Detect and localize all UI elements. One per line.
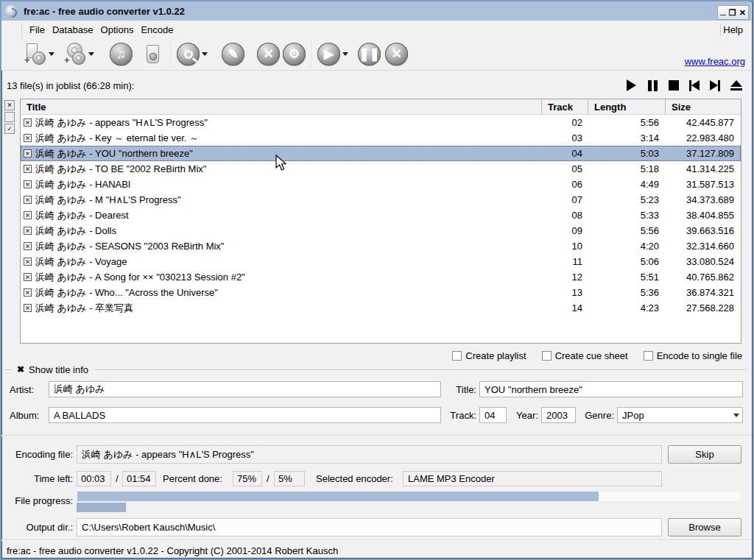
album-field[interactable]: A BALLADS — [49, 407, 441, 423]
add-cd-tracks-icon[interactable]: + — [24, 43, 46, 66]
add-cd-tracks-icon-dropdown[interactable] — [49, 52, 54, 56]
row-checkbox[interactable]: ✕ — [24, 273, 32, 281]
row-title: 浜崎 あゆみ - A Song for ×× "030213 Session #… — [35, 271, 245, 284]
browse-button[interactable]: Browse — [668, 518, 741, 536]
cddb-submit-icon[interactable]: ✎ — [222, 43, 244, 65]
joblist-row[interactable]: ✕浜崎 あゆみ - SEASONS "2003 ReBirth Mix"104:… — [21, 238, 741, 254]
joblist-row[interactable]: ✕浜崎 あゆみ - TO BE "2002 ReBirth Mix"055:18… — [21, 161, 741, 177]
row-checkbox[interactable]: ✕ — [24, 165, 32, 173]
stop-encoding-icon[interactable]: ✕ — [385, 43, 408, 65]
row-checkbox[interactable]: ✕ — [24, 288, 32, 297]
genre-label: Genre: — [577, 410, 614, 421]
encode-single-file-label: Encode to single file — [657, 350, 742, 361]
cddb-query-icon-dropdown[interactable] — [202, 52, 208, 56]
row-checkbox[interactable]: ✕ — [24, 258, 32, 266]
create-playlist-checkbox[interactable]: Create playlist — [452, 350, 526, 361]
freac-website-link[interactable]: www.freac.org — [685, 56, 745, 67]
artist-field[interactable]: 浜崎 あゆみ — [49, 381, 441, 397]
row-length: 5:23 — [588, 194, 665, 205]
title-label: Title: — [443, 384, 476, 395]
joblist-row[interactable]: ✕浜崎 あゆみ - Voyage115:0633.080.524 — [21, 254, 741, 269]
joblist-row[interactable]: ✕浜崎 あゆみ - appears "H∧L'S Progress"025:56… — [21, 115, 741, 130]
row-checkbox[interactable]: ✕ — [24, 304, 32, 312]
row-checkbox[interactable]: ✕ — [24, 149, 32, 157]
app-icon — [5, 5, 18, 18]
status-bar-text: fre:ac - free audio converter v1.0.22 - … — [7, 545, 338, 556]
joblist-status-row: 13 file(s) in joblist (66:28 min): — [1, 71, 751, 99]
year-field[interactable]: 2003 — [541, 407, 576, 423]
time-slash: / — [116, 473, 119, 484]
encode-single-file-checkbox[interactable]: Encode to single file — [644, 350, 742, 361]
row-title: 浜崎 あゆみ - HANABI — [35, 178, 130, 191]
toggle-selection-button[interactable]: ✓ — [4, 124, 15, 134]
play-icon[interactable] — [627, 79, 636, 91]
row-checkbox[interactable]: ✕ — [24, 196, 32, 204]
pause-encoding-icon[interactable]: ❚❚ — [358, 43, 381, 65]
joblist-row[interactable]: ✕浜崎 あゆみ - Dolls095:5639.663.516 — [21, 223, 741, 238]
add-files-icon[interactable]: ♫ — [110, 43, 133, 65]
rip-cd-icon-dropdown[interactable] — [88, 52, 94, 56]
toolbar: www.freac.org ++♫✎✕⚙▶❚❚✕ — [1, 38, 751, 71]
joblist-row[interactable]: ✕浜崎 あゆみ - YOU "northern breeze"045:0337.… — [21, 146, 741, 161]
select-none-button[interactable] — [4, 112, 15, 122]
genre-dropdown-icon[interactable] — [733, 414, 739, 417]
joblist-row[interactable]: ✕浜崎 あゆみ - HANABI064:4931.587.513 — [21, 177, 741, 192]
joblist-row[interactable]: ✕浜崎 あゆみ - Who... "Across the Universe"13… — [21, 285, 741, 300]
eject-icon[interactable] — [730, 79, 742, 91]
row-track: 09 — [541, 225, 588, 236]
row-checkbox[interactable]: ✕ — [24, 242, 32, 250]
maximize-button[interactable]: ❐ — [729, 9, 736, 17]
title-bar[interactable]: fre:ac - free audio converter v1.0.22 ─ … — [1, 1, 751, 21]
row-size: 41.314.225 — [665, 163, 741, 174]
row-length: 4:20 — [588, 241, 665, 252]
collapse-icon[interactable]: ✖ — [17, 364, 24, 375]
next-track-icon[interactable] — [710, 79, 720, 91]
joblist-row[interactable]: ✕浜崎 あゆみ - Key ～ eternal tie ver. ～033:14… — [21, 130, 741, 146]
row-title: 浜崎 あゆみ - Dolls — [35, 224, 116, 238]
configure-encoder-icon[interactable]: ✕ — [257, 43, 280, 65]
row-checkbox[interactable]: ✕ — [24, 227, 32, 235]
select-all-button[interactable]: ✕ — [4, 100, 15, 110]
encode-options-row: Create playlist Create cue sheet Encode … — [1, 350, 751, 361]
create-playlist-box[interactable] — [452, 351, 462, 361]
cddb-query-icon[interactable] — [177, 43, 200, 65]
joblist-row[interactable]: ✕浜崎 あゆみ - 卒業写真144:2327.568.228 — [21, 300, 741, 316]
menu-database[interactable]: Database — [49, 22, 97, 38]
row-track: 14 — [541, 302, 588, 313]
genre-select[interactable]: JPop — [617, 407, 743, 423]
row-checkbox[interactable]: ✕ — [24, 180, 32, 188]
menu-options[interactable]: Options — [97, 22, 138, 38]
minimize-button[interactable]: ─ — [720, 11, 726, 19]
column-track[interactable]: Track — [541, 99, 588, 114]
row-length: 5:33 — [588, 210, 665, 221]
joblist-row[interactable]: ✕浜崎 あゆみ - A Song for ×× "030213 Session … — [21, 269, 741, 285]
encode-single-file-box[interactable] — [644, 351, 653, 361]
rip-cd-icon[interactable]: + — [64, 43, 86, 66]
row-checkbox[interactable]: ✕ — [24, 118, 32, 127]
pause-icon[interactable] — [646, 79, 658, 91]
menu-encode[interactable]: Encode — [137, 22, 177, 38]
start-encoding-icon-dropdown[interactable] — [342, 52, 348, 56]
title-field[interactable]: YOU "northern breeze" — [479, 381, 743, 397]
start-encoding-icon[interactable]: ▶ — [317, 43, 340, 65]
close-button[interactable]: ✕ — [739, 9, 746, 17]
column-length[interactable]: Length — [588, 99, 665, 114]
joblist-row[interactable]: ✕浜崎 あゆみ - Dearest085:3338.404.855 — [21, 208, 741, 223]
skip-button[interactable]: Skip — [668, 445, 741, 464]
stop-icon[interactable] — [669, 80, 679, 91]
output-dir-field[interactable]: C:\Users\Robert Kausch\Music\ — [77, 518, 662, 536]
row-size: 34.373.689 — [665, 194, 741, 205]
row-checkbox[interactable]: ✕ — [24, 134, 32, 142]
remove-entry-icon[interactable] — [143, 43, 165, 66]
settings-icon[interactable]: ⚙ — [283, 43, 306, 65]
create-cue-sheet-checkbox[interactable]: Create cue sheet — [542, 350, 628, 361]
menu-help[interactable]: Help — [719, 22, 747, 38]
joblist-row[interactable]: ✕浜崎 あゆみ - M "H∧L'S Progress"075:2334.373… — [21, 192, 741, 208]
previous-track-icon[interactable] — [689, 79, 700, 91]
row-checkbox[interactable]: ✕ — [24, 211, 32, 219]
create-cue-sheet-box[interactable] — [542, 351, 552, 361]
column-size[interactable]: Size — [665, 99, 741, 114]
menu-file[interactable]: File — [26, 22, 49, 38]
track-field[interactable]: 04 — [479, 407, 507, 423]
column-title[interactable]: Title — [21, 99, 541, 114]
